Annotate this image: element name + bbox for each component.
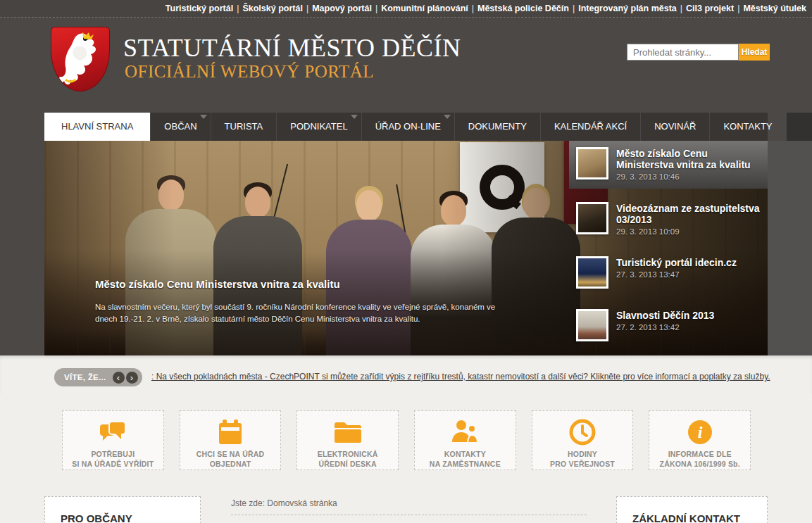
top-link-integrovany-plan[interactable]: Integrovaný plán města (578, 4, 686, 13)
stage-section: HLAVNÍ STRANA OBČAN TURISTA PODNIKATEL Ú… (0, 102, 812, 355)
quicklinks-row: POTŘEBUJISI NA ÚŘADĚ VYŘÍDIT CHCI SE NA … (62, 410, 766, 470)
news-date: 29. 3. 2013 10:09 (616, 227, 762, 236)
search-button[interactable]: Hledat (739, 44, 770, 61)
people-icon (451, 418, 479, 446)
top-link-skolsky-portal[interactable]: Školský portál (242, 4, 312, 13)
top-link-mestska-policie[interactable]: Městská policie Děčín (477, 4, 578, 13)
top-link-mapovy-portal[interactable]: Mapový portál (312, 4, 381, 13)
nav-item-turista[interactable]: TURISTA (211, 113, 277, 141)
zakladni-kontakt-title: ZÁKLADNÍ KONTAKT (632, 512, 740, 523)
quicklink-label: ELEKTRONICKÁÚŘEDNÍ DESKA (318, 449, 378, 469)
news-thumbnail (576, 147, 608, 179)
news-item[interactable]: Videozáznam ze zastupitelstva 03/2013 29… (569, 196, 768, 236)
calendar-icon (217, 418, 244, 446)
site-title: STATUTÁRNÍ MĚSTO DĚČÍN (123, 33, 461, 63)
news-title: Město získalo Cenu Ministerstva vnitra z… (616, 148, 762, 170)
nav-item-kalendar-akci[interactable]: KALENDÁŘ AKCÍ (541, 113, 641, 141)
ticker-next-button[interactable]: › (126, 372, 138, 384)
nav-spacer (787, 113, 812, 141)
slider-right-filler (768, 141, 812, 355)
quicklink-informace-106[interactable]: i INFORMACE DLEZÁKONA 106/1999 Sb. (649, 410, 751, 470)
chat-bubbles-icon (99, 418, 127, 446)
quicklink-label: INFORMACE DLEZÁKONA 106/1999 Sb. (660, 449, 740, 469)
nav-item-urad-on-line[interactable]: ÚŘAD ON-LINE (362, 113, 455, 141)
main-navigation: HLAVNÍ STRANA OBČAN TURISTA PODNIKATEL Ú… (44, 113, 768, 141)
svg-text:i: i (697, 423, 702, 441)
nav-item-kontakty[interactable]: KONTAKTY (710, 113, 786, 141)
quicklink-uredni-deska[interactable]: ELEKTRONICKÁÚŘEDNÍ DESKA (296, 410, 399, 470)
quicklink-label: POTŘEBUJISI NA ÚŘADĚ VYŘÍDIT (72, 449, 154, 469)
top-link-mestsky-utulek[interactable]: Městský útulek (743, 4, 806, 13)
quicklink-kontakty-zamestnance[interactable]: KONTAKTYNA ZAMĚSTNANCE (414, 410, 516, 470)
news-title: Videozáznam ze zastupitelstva 03/2013 (616, 203, 762, 225)
search-box: Hledat (627, 44, 770, 61)
clock-icon (569, 418, 596, 446)
ticker-pill: VÍTE, ŽE... ‹ › (54, 368, 142, 386)
ticker-link[interactable]: : Na všech pokladnách města - CzechPOINT… (151, 372, 770, 382)
nav-item-dokumenty[interactable]: DOKUMENTY (455, 113, 541, 141)
quicklink-label: KONTAKTYNA ZAMĚSTNANCE (430, 449, 501, 469)
quicklink-hodiny-verejnost[interactable]: HODINYPRO VEŘEJNOST (532, 410, 634, 470)
news-title: Slavnosti Děčín 2013 (616, 310, 714, 321)
news-item[interactable]: Město získalo Cenu Ministerstva vnitra z… (569, 141, 768, 189)
hero-slider[interactable]: Město získalo Cenu Ministerstva vnitra z… (44, 141, 768, 355)
pro-obcany-title: PRO OBČANY (61, 512, 132, 523)
news-panel: Město získalo Cenu Ministerstva vnitra z… (569, 141, 768, 355)
hero-caption: Město získalo Cenu Ministerstva vnitra z… (95, 278, 518, 324)
hero-caption-title[interactable]: Město získalo Cenu Ministerstva vnitra z… (95, 278, 518, 290)
news-thumbnail (576, 202, 608, 234)
news-date: 29. 3. 2013 10:46 (616, 172, 762, 181)
news-date: 27. 3. 2013 13:47 (616, 270, 737, 279)
ticker-section: VÍTE, ŽE... ‹ › : Na všech pokladnách mě… (0, 355, 812, 394)
ticker-prev-button[interactable]: ‹ (113, 372, 125, 384)
breadcrumb: Jste zde: Domovská stránka (231, 498, 587, 515)
nav-item-obcan[interactable]: OBČAN (151, 113, 211, 141)
city-coat-of-arms (51, 27, 110, 92)
top-links-bar: Turistický portál Školský portál Mapový … (0, 0, 812, 18)
search-input[interactable] (627, 44, 739, 61)
news-thumbnail (576, 256, 608, 289)
quicklink-potrebuji-vyridit[interactable]: POTŘEBUJISI NA ÚŘADĚ VYŘÍDIT (62, 410, 164, 470)
site-header: STATUTÁRNÍ MĚSTO DĚČÍN OFICIÁLNÍ WEBOVÝ … (0, 18, 812, 102)
folder-icon (333, 418, 363, 446)
hero-caption-text: Na slavnostním večeru, který byl součást… (95, 301, 518, 324)
site-subtitle: OFICIÁLNÍ WEBOVÝ PORTÁL (125, 62, 374, 82)
news-date: 27. 2. 2013 13:42 (616, 323, 714, 332)
news-item[interactable]: Turistický portál idecin.cz 27. 3. 2013 … (569, 250, 768, 289)
news-thumbnail (576, 309, 608, 341)
nav-item-hlavni-strana[interactable]: HLAVNÍ STRANA (44, 113, 151, 141)
top-link-turisticky-portal[interactable]: Turistický portál (165, 4, 243, 13)
info-icon: i (687, 418, 713, 446)
ticker-label: VÍTE, ŽE... (64, 373, 106, 382)
quicklink-objednat[interactable]: CHCI SE NA ÚŘADOBJEDNAT (180, 410, 282, 470)
top-link-cil3-projekt[interactable]: Cil3 projekt (686, 4, 743, 13)
quicklink-label: CHCI SE NA ÚŘADOBJEDNAT (196, 449, 265, 469)
quicklink-label: HODINYPRO VEŘEJNOST (550, 449, 615, 469)
nav-item-podnikatel[interactable]: PODNIKATEL (277, 113, 361, 141)
news-item[interactable]: Slavnosti Děčín 2013 27. 2. 2013 13:42 (569, 303, 768, 341)
nav-item-novinar[interactable]: NOVINÁŘ (641, 113, 710, 141)
zakladni-kontakt-box[interactable]: ZÁKLADNÍ KONTAKT (616, 496, 768, 523)
pro-obcany-box[interactable]: PRO OBČANY (44, 496, 201, 523)
top-link-komunitni-planovani[interactable]: Komunitní plánování (381, 4, 477, 13)
news-title: Turistický portál idecin.cz (616, 257, 737, 268)
page: Turistický portál Školský portál Mapový … (0, 0, 812, 523)
